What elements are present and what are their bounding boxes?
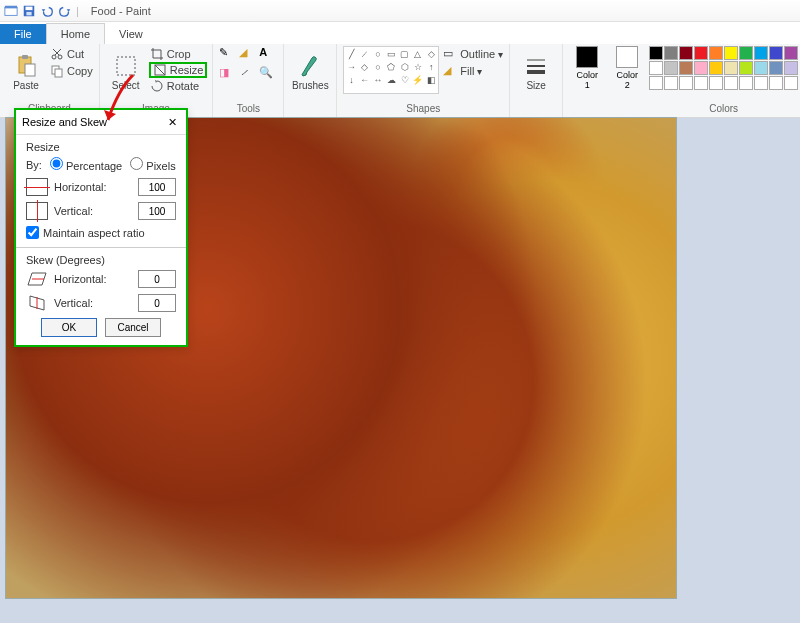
magnifier-icon[interactable]: 🔍 — [259, 66, 277, 84]
svg-rect-3 — [26, 6, 33, 10]
bucket-icon[interactable]: ◢ — [239, 46, 257, 64]
color-swatch[interactable] — [724, 46, 738, 60]
svg-rect-4 — [26, 11, 31, 15]
color1-button[interactable]: Color 1 — [569, 46, 605, 90]
group-tools-label: Tools — [219, 102, 277, 115]
color-swatch[interactable] — [769, 61, 783, 75]
color-swatch[interactable] — [709, 61, 723, 75]
dialog-title: Resize and Skew — [22, 116, 107, 128]
svg-rect-11 — [55, 69, 62, 77]
color-swatch[interactable] — [679, 76, 693, 90]
fill-icon: ◢ — [443, 64, 457, 78]
tab-file[interactable]: File — [0, 24, 46, 44]
tab-home[interactable]: Home — [46, 23, 105, 44]
redo-icon[interactable] — [58, 4, 72, 18]
color-swatch[interactable] — [784, 61, 798, 75]
resize-icon — [153, 63, 167, 77]
size-button[interactable]: Size — [516, 46, 556, 98]
color-swatch[interactable] — [769, 46, 783, 60]
svg-point-8 — [52, 55, 56, 59]
resize-vertical-label: Vertical: — [54, 205, 132, 217]
skew-horizontal-icon — [26, 270, 48, 288]
ribbon-tabs: File Home View — [0, 22, 800, 44]
eraser-icon[interactable]: ◨ — [219, 66, 237, 84]
copy-icon — [50, 64, 64, 78]
annotation-arrow — [98, 70, 138, 130]
maintain-aspect-label: Maintain aspect ratio — [43, 227, 145, 239]
resize-horizontal-input[interactable] — [138, 178, 176, 196]
color-swatch[interactable] — [664, 76, 678, 90]
color-swatch[interactable] — [754, 61, 768, 75]
shapes-gallery[interactable]: ╱⟋○▭▢△◇ →◇○⬠⬡☆↑ ↓←↔☁♡⚡◧ — [343, 46, 439, 94]
cut-button[interactable]: Cut — [50, 46, 93, 62]
color-swatch[interactable] — [724, 76, 738, 90]
color-swatch[interactable] — [694, 61, 708, 75]
color-swatch[interactable] — [784, 46, 798, 60]
group-colors-label: Colors — [569, 102, 800, 115]
skew-vertical-label: Vertical: — [54, 297, 132, 309]
resize-vertical-input[interactable] — [138, 202, 176, 220]
group-shapes: ╱⟋○▭▢△◇ →◇○⬠⬡☆↑ ↓←↔☁♡⚡◧ ▭Outline ▾ ◢Fill… — [337, 44, 510, 117]
size-icon — [524, 54, 548, 78]
copy-button[interactable]: Copy — [50, 63, 93, 79]
color-swatch[interactable] — [754, 76, 768, 90]
paste-button[interactable]: Paste — [6, 46, 46, 98]
tab-view[interactable]: View — [105, 24, 157, 44]
color-swatch[interactable] — [724, 61, 738, 75]
picker-icon[interactable]: ⟋ — [239, 66, 257, 84]
resize-horizontal-label: Horizontal: — [54, 181, 132, 193]
ok-button[interactable]: OK — [41, 318, 97, 337]
cancel-button[interactable]: Cancel — [105, 318, 161, 337]
color-swatch[interactable] — [739, 76, 753, 90]
color-swatch[interactable] — [649, 46, 663, 60]
skew-vertical-input[interactable] — [138, 294, 176, 312]
color-swatch[interactable] — [649, 76, 663, 90]
pencil-icon[interactable]: ✎ — [219, 46, 237, 64]
radio-pixels[interactable]: Pixels — [130, 157, 175, 172]
titlebar: | Food - Paint — [0, 0, 800, 22]
outline-icon: ▭ — [443, 47, 457, 61]
skew-horizontal-input[interactable] — [138, 270, 176, 288]
group-shapes-label: Shapes — [343, 102, 503, 115]
color-swatch[interactable] — [739, 46, 753, 60]
crop-button[interactable]: Crop — [150, 46, 207, 62]
save-icon[interactable] — [22, 4, 36, 18]
group-brushes-label — [290, 102, 330, 115]
maintain-aspect-checkbox[interactable] — [26, 226, 39, 239]
paste-label: Paste — [13, 80, 39, 91]
color-swatch[interactable] — [709, 76, 723, 90]
color-swatch[interactable] — [679, 61, 693, 75]
fill-button[interactable]: ◢Fill ▾ — [443, 63, 503, 79]
dialog-close-button[interactable]: ✕ — [164, 114, 180, 130]
svg-rect-0 — [5, 7, 17, 15]
rotate-button[interactable]: Rotate — [150, 78, 207, 94]
crop-icon — [150, 47, 164, 61]
resize-legend: Resize — [26, 141, 176, 153]
color-swatch[interactable] — [649, 61, 663, 75]
color-swatch[interactable] — [709, 46, 723, 60]
color-swatch[interactable] — [754, 46, 768, 60]
resize-button[interactable]: Resize — [149, 62, 208, 78]
window-title: Food - Paint — [91, 5, 151, 17]
divider: | — [76, 5, 79, 17]
undo-icon[interactable] — [40, 4, 54, 18]
brushes-button[interactable]: Brushes — [290, 46, 330, 98]
color-swatch[interactable] — [664, 46, 678, 60]
group-tools: ✎ ◢ A ◨ ⟋ 🔍 Tools — [213, 44, 284, 117]
color-swatch[interactable] — [739, 61, 753, 75]
scissors-icon — [50, 47, 64, 61]
text-icon[interactable]: A — [259, 46, 277, 64]
resize-skew-dialog: Resize and Skew ✕ Resize By: Percentage … — [14, 108, 188, 347]
group-clipboard: Paste Cut Copy Clipboard — [0, 44, 100, 117]
color-palette[interactable] — [649, 46, 798, 90]
color2-button[interactable]: Color 2 — [609, 46, 645, 90]
color-swatch[interactable] — [694, 76, 708, 90]
color-swatch[interactable] — [679, 46, 693, 60]
radio-percentage[interactable]: Percentage — [50, 157, 122, 172]
color-swatch[interactable] — [664, 61, 678, 75]
color-swatch[interactable] — [694, 46, 708, 60]
color-swatch[interactable] — [784, 76, 798, 90]
color-swatch[interactable] — [769, 76, 783, 90]
outline-button[interactable]: ▭Outline ▾ — [443, 46, 503, 62]
quick-access-toolbar — [4, 4, 72, 18]
